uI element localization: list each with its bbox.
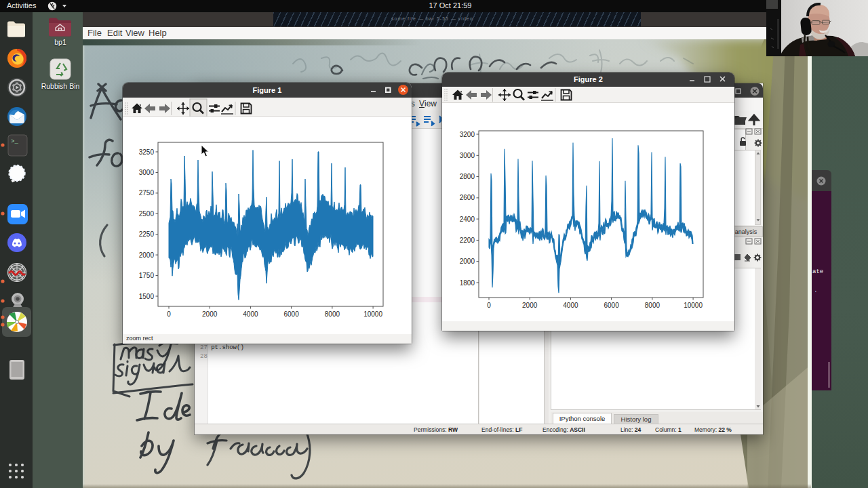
svg-text:2800: 2800: [460, 173, 475, 180]
svg-text:0: 0: [167, 310, 171, 318]
svg-text:10000: 10000: [684, 302, 703, 309]
svg-text:2250: 2250: [139, 230, 155, 238]
svg-text:2000: 2000: [202, 310, 218, 318]
svg-text:2600: 2600: [460, 194, 475, 201]
svg-text:2000: 2000: [139, 251, 155, 259]
svg-text:3250: 3250: [139, 148, 155, 156]
svg-text:10000: 10000: [363, 310, 382, 318]
svg-text:1500: 1500: [139, 293, 155, 300]
svg-text:8000: 8000: [645, 302, 660, 309]
svg-text:2500: 2500: [139, 210, 155, 218]
svg-text:2400: 2400: [460, 216, 475, 223]
svg-text:8000: 8000: [325, 310, 340, 318]
svg-text:2000: 2000: [522, 302, 538, 309]
svg-text:0: 0: [487, 302, 491, 309]
svg-text:>_: >_: [11, 138, 18, 145]
svg-text:4000: 4000: [563, 302, 578, 309]
svg-text:3000: 3000: [139, 169, 155, 176]
svg-text:4000: 4000: [243, 310, 258, 318]
svg-text:1750: 1750: [139, 272, 155, 279]
svg-text:6000: 6000: [604, 302, 619, 309]
svg-text:2750: 2750: [139, 189, 155, 197]
svg-text:6000: 6000: [283, 310, 299, 318]
svg-text:3000: 3000: [460, 152, 475, 159]
svg-text:1800: 1800: [460, 279, 475, 287]
svg-text:2200: 2200: [460, 237, 475, 244]
svg-text:2000: 2000: [460, 258, 475, 265]
svg-text:3200: 3200: [460, 131, 475, 138]
